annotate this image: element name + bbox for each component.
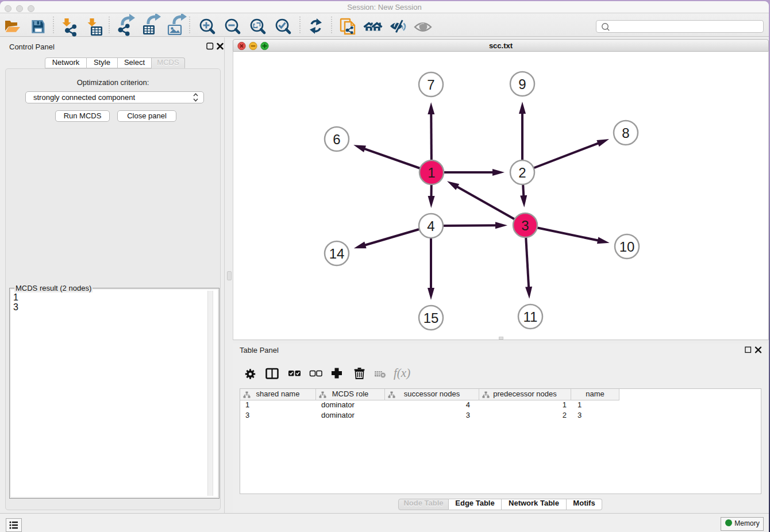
svg-text:6: 6 xyxy=(333,132,340,147)
svg-text:1: 1 xyxy=(428,165,435,180)
svg-text:11: 11 xyxy=(523,309,538,325)
svg-text:2: 2 xyxy=(518,165,526,180)
svg-text:7: 7 xyxy=(427,77,434,92)
svg-text:10: 10 xyxy=(619,239,635,255)
svg-text:4: 4 xyxy=(427,218,434,234)
svg-text:3: 3 xyxy=(521,218,529,233)
svg-text:9: 9 xyxy=(518,76,526,92)
svg-text:14: 14 xyxy=(329,246,345,261)
svg-text:8: 8 xyxy=(622,125,629,141)
svg-text:15: 15 xyxy=(424,310,439,326)
svg-text:f(x): f(x) xyxy=(394,367,410,380)
